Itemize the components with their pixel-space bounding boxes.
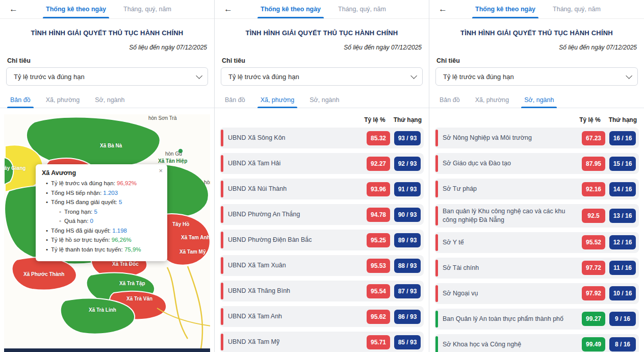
stat-label: Tổng HS đang giải quyết: — [51, 199, 117, 205]
criteria-label: Chỉ tiêu — [429, 51, 644, 67]
rank-badge: 13 / 16 — [609, 209, 636, 223]
rate-badge: 92.5 — [582, 209, 605, 223]
tab-ban-do[interactable]: Bản đồ — [219, 92, 251, 108]
org-name: UBND Phường An Thắng — [228, 210, 367, 219]
map-tooltip: × Xã Avương •Tỷ lệ trước và đúng hạn: 96… — [36, 164, 167, 261]
list-item[interactable]: UBND Phường An Thắng 94.78 90 / 93 — [220, 204, 424, 225]
rank-badge: 89 / 93 — [394, 233, 421, 247]
chevron-down-icon — [410, 72, 417, 79]
list-item[interactable]: UBND Xã Sông Kôn 85.32 93 / 93 — [220, 128, 424, 148]
rate-badge: 95.25 — [367, 233, 390, 247]
chevron-down-icon — [626, 72, 632, 79]
criteria-select[interactable]: Tỷ lệ trước và đúng hạn — [435, 67, 638, 86]
view-tabs: Bản đồ Xã, phường Sở, ngành — [215, 92, 429, 108]
chevron-down-icon — [196, 72, 202, 79]
as-of-date: Số liệu đến ngày 07/12/2025 — [0, 37, 214, 51]
rate-badge: 95.52 — [582, 235, 605, 249]
org-name: UBND Xã Thăng Bình — [228, 287, 367, 295]
departments-list: Sở Nông Nghiệp và Môi trường 67.23 16 / … — [429, 128, 644, 352]
tab-so-nganh[interactable]: Sở, ngành — [518, 92, 560, 108]
stat-value: 96,26% — [112, 237, 132, 243]
criteria-label: Chỉ tiêu — [0, 51, 214, 67]
rank-badge: 14 / 16 — [609, 182, 636, 196]
tab-month-quarter-year[interactable]: Tháng, quý, năm — [335, 0, 389, 18]
rate-badge: 87.95 — [582, 157, 605, 171]
back-button[interactable]: ← — [429, 0, 472, 18]
as-of-date: Số liệu đến ngày 07/12/2025 — [429, 37, 644, 51]
stat-value: 0 — [90, 218, 93, 224]
panel-communes: ← Thống kê theo ngày Tháng, quý, năm TÌN… — [215, 0, 429, 352]
map-marker[interactable] — [178, 148, 183, 154]
tab-daily-stats[interactable]: Thống kê theo ngày — [43, 0, 109, 18]
tab-ban-do[interactable]: Bản đồ — [433, 92, 466, 108]
list-column-headers: Tỷ lệ % Thứ hạng — [215, 108, 429, 128]
criteria-select[interactable]: Tỷ lệ trước và đúng hạn — [6, 67, 208, 86]
tooltip-stat: •Tỷ lệ trước và đúng hạn: 96,92% — [46, 180, 161, 188]
bullet-icon: • — [46, 237, 48, 243]
page-title: TÌNH HÌNH GIẢI QUYẾT THỦ TỤC HÀNH CHÍNH — [429, 19, 644, 37]
list-item[interactable]: Sở Y tế 95.52 12 / 16 — [434, 232, 639, 253]
rank-badge: 90 / 93 — [394, 208, 421, 222]
tooltip-stat: •Tổng HS tiếp nhận: 1.203 — [46, 189, 161, 197]
list-item[interactable]: Sở Tư pháp 92.16 14 / 16 — [434, 179, 639, 199]
as-of-date: Số liệu đến ngày 07/12/2025 — [215, 37, 429, 51]
list-item[interactable]: Sở Giáo dục và Đào tạo 87.95 15 / 16 — [434, 153, 639, 174]
list-item[interactable]: UBND Xã Tam Xuân 95.53 88 / 93 — [220, 255, 424, 276]
col-header-rate: Tỷ lệ % — [579, 116, 600, 123]
tab-xa-phuong[interactable]: Xã, phường — [469, 92, 516, 108]
rank-badge: 93 / 93 — [394, 131, 421, 145]
list-item[interactable]: UBND Xã Tam Hải 92.27 92 / 93 — [220, 153, 424, 174]
list-item[interactable]: Sở Ngoại vụ 97.92 10 / 16 — [434, 283, 639, 304]
col-header-rate: Tỷ lệ % — [364, 116, 385, 123]
rate-badge: 67.23 — [582, 131, 605, 145]
list-item[interactable]: UBND Xã Tam Anh 95.62 86 / 93 — [220, 306, 424, 327]
criteria-selected-value: Tỷ lệ trước và đúng hạn — [14, 73, 85, 81]
tab-month-quarter-year[interactable]: Tháng, quý, năm — [550, 0, 604, 18]
stat-value: 5 — [119, 199, 122, 205]
tab-month-quarter-year[interactable]: Tháng, quý, năm — [120, 0, 174, 18]
rank-badge: 85 / 93 — [394, 335, 421, 349]
list-item[interactable]: UBND Phường Điện Bàn Bắc 95.25 89 / 93 — [220, 230, 424, 250]
list-item[interactable]: Ban quản lý Khu công nghệ cao và các khu… — [434, 204, 639, 228]
tab-xa-phuong[interactable]: Xã, phường — [254, 92, 301, 108]
tooltip-substat: ◦Trong hạn: 5 — [59, 208, 161, 216]
rate-badge: 93.96 — [367, 182, 390, 196]
stat-value: 1.198 — [112, 228, 127, 234]
top-bar: ← Thống kê theo ngày Tháng, quý, năm — [0, 0, 214, 19]
criteria-select[interactable]: Tỷ lệ trước và đúng hạn — [221, 67, 423, 86]
org-name: Ban quản lý Khu công nghệ cao và các khu… — [443, 207, 582, 224]
list-item[interactable]: Sở Tài chính 97.72 11 / 16 — [434, 258, 639, 279]
tab-daily-stats[interactable]: Thống kê theo ngày — [257, 0, 324, 18]
rate-badge: 92.16 — [582, 182, 605, 196]
list-item[interactable]: UBND Xã Núi Thành 93.96 91 / 93 — [220, 179, 424, 199]
rank-badge: 12 / 16 — [609, 235, 636, 249]
list-item[interactable]: UBND Xã Tam Mỹ 95.71 85 / 93 — [220, 332, 424, 352]
rank-badge: 16 / 16 — [609, 131, 636, 145]
back-button[interactable]: ← — [0, 0, 43, 18]
org-name: UBND Xã Tam Xuân — [228, 261, 367, 270]
rank-badge: 15 / 16 — [609, 157, 636, 171]
map-container[interactable]: hòn Sơn Trà Xã Bà Nà hòn Gù Xã Tân Hiệp … — [4, 114, 210, 352]
list-item[interactable]: Sở Khoa học và Công nghệ 99.49 8 / 16 — [434, 334, 639, 352]
stat-label: Quá hạn: — [64, 218, 88, 224]
tab-daily-stats[interactable]: Thống kê theo ngày — [472, 0, 538, 18]
list-item[interactable]: UBND Xã Thăng Bình 95.54 87 / 93 — [220, 281, 424, 301]
tab-so-nganh[interactable]: Sở, ngành — [303, 92, 345, 108]
org-name: Sở Ngoại vụ — [443, 289, 582, 298]
list-item[interactable]: Ban Quản lý An toàn thực phẩm thành phố … — [434, 309, 639, 330]
stat-value: 96,92% — [117, 180, 137, 186]
tab-ban-do[interactable]: Bản đồ — [4, 92, 37, 108]
bullet-icon: • — [46, 199, 48, 205]
org-name: UBND Xã Tam Hải — [228, 159, 367, 168]
rate-badge: 94.78 — [367, 208, 390, 222]
bullet-icon: • — [46, 190, 48, 196]
sub-bullet-icon: ◦ — [59, 209, 61, 215]
rank-badge: 10 / 16 — [609, 286, 636, 300]
close-icon[interactable]: × — [159, 167, 163, 174]
tab-so-nganh[interactable]: Sở, ngành — [89, 92, 131, 108]
back-button[interactable]: ← — [215, 0, 257, 18]
criteria-label: Chỉ tiêu — [215, 51, 429, 67]
org-name: Sở Giáo dục và Đào tạo — [443, 159, 582, 168]
list-item[interactable]: Sở Nông Nghiệp và Môi trường 67.23 16 / … — [434, 128, 639, 148]
tab-xa-phuong[interactable]: Xã, phường — [40, 92, 86, 108]
